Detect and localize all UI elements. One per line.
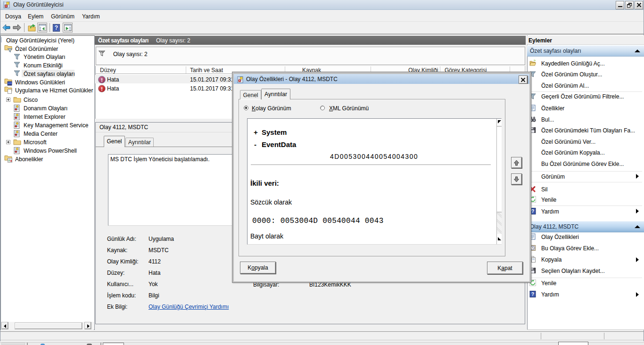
- svg-text:?: ?: [531, 209, 534, 214]
- svg-text:?: ?: [55, 25, 58, 31]
- svg-text:?: ?: [531, 292, 534, 297]
